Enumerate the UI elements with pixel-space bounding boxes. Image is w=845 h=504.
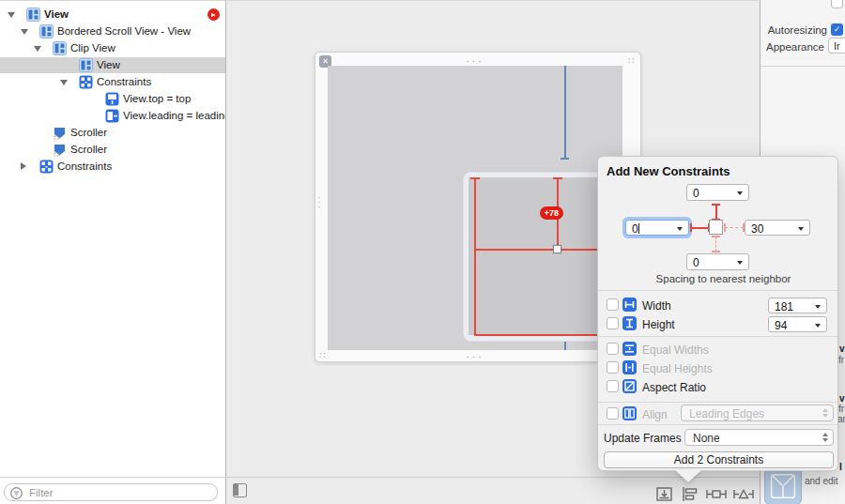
filter-field[interactable] (4, 483, 218, 501)
outline-row-label: Clip View (70, 42, 115, 53)
outline-row-label: View (44, 8, 69, 20)
outline-row-scroller-1[interactable]: Scroller (0, 125, 225, 141)
outline-row-label: View.top = top (123, 93, 191, 104)
height-checkbox[interactable] (607, 317, 619, 329)
constraints-group-icon (79, 75, 93, 89)
library-text-fragment: v (839, 393, 845, 404)
window-drag-dots: ··· (466, 58, 484, 64)
align-select[interactable]: Leading Edges (681, 405, 834, 421)
outline-row-clip-view[interactable]: Clip View (0, 40, 225, 56)
width-constraint-icon (622, 298, 637, 312)
outline-row-bordered-scroll-view[interactable]: Bordered Scroll View - View (0, 23, 225, 39)
window-resize-dots[interactable]: ∷ (319, 353, 326, 359)
outline-row-constraints-collapsed[interactable]: Constraints (0, 159, 225, 175)
right-spacing-combo[interactable]: 30 (745, 220, 810, 236)
left-spacing-combo[interactable]: 0 (625, 220, 689, 236)
outline-toggle-icon[interactable] (233, 483, 247, 497)
outline-row-label: Bordered Scroll View - View (57, 25, 191, 37)
disclosure-triangle-icon[interactable] (21, 29, 28, 35)
update-frames-label: Update Frames (604, 432, 682, 445)
appearance-field[interactable]: Ir (828, 38, 845, 53)
height-label: Height (642, 318, 675, 331)
width-checkbox[interactable] (607, 298, 619, 311)
equal-heights-checkbox[interactable] (607, 361, 619, 374)
window-drag-dots: ··· (466, 354, 484, 359)
filter-icon (10, 487, 23, 499)
autoresizing-checkbox[interactable]: ✓ (831, 23, 843, 36)
disclosure-triangle-icon[interactable] (34, 46, 41, 52)
equal-heights-icon (622, 360, 637, 374)
beam-cap (690, 223, 692, 232)
outline-row-view-selected[interactable]: View (0, 57, 225, 73)
filter-input[interactable] (29, 485, 212, 499)
constraint-cap (553, 177, 562, 179)
disclosure-triangle-icon[interactable] (60, 80, 68, 85)
combo-arrow-icon (737, 191, 743, 195)
align-label: Align (642, 408, 668, 421)
library-text-fragment: I (839, 462, 842, 472)
disclosure-triangle-icon[interactable] (8, 12, 15, 18)
height-constraint-icon (622, 316, 637, 330)
vertical-guide-line (564, 66, 566, 159)
select-chevrons-icon (822, 405, 828, 418)
popover-divider (598, 290, 837, 291)
disclosure-triangle-icon[interactable] (21, 162, 26, 170)
width-label: Width (642, 299, 671, 313)
bottom-spacing-combo[interactable]: 0 (686, 253, 749, 270)
aspect-ratio-checkbox[interactable] (607, 380, 619, 392)
equal-heights-label: Equal Heights (642, 362, 713, 375)
top-spacing-combo[interactable]: 0 (686, 184, 749, 201)
left-beam[interactable] (691, 227, 709, 229)
selection-handle[interactable] (553, 245, 561, 253)
library-text-fragment: v (839, 344, 845, 354)
combo-arrow-icon (737, 261, 743, 265)
outline-row-label: Constraints (97, 76, 151, 87)
add-new-constraints-popover: Add New Constraints 0 0 30 0 Spacing to (597, 156, 838, 471)
bottom-beam[interactable] (715, 237, 717, 252)
equal-widths-label: Equal Widths (642, 344, 709, 357)
embed-in-icon[interactable] (655, 486, 674, 502)
add-constraints-icon[interactable] (705, 486, 728, 502)
select-chevrons-icon (822, 430, 828, 442)
equal-widths-checkbox[interactable] (607, 343, 619, 355)
beam-cap (743, 223, 745, 232)
appearance-label: Appearance (766, 41, 824, 53)
outline-row-constraint-leading[interactable]: View.leading = leading (0, 108, 225, 124)
library-text-fragment: fr (838, 355, 844, 365)
library-text-fragment: an (837, 414, 845, 424)
add-constraints-button[interactable]: Add 2 Constraints (604, 451, 834, 468)
beam-cap (712, 251, 720, 252)
error-badge-icon[interactable] (207, 8, 220, 21)
outline-row-view-root[interactable]: View (0, 7, 225, 23)
align-icon[interactable] (681, 486, 699, 502)
outline-row-constraints[interactable]: Constraints (0, 74, 225, 90)
beam-cap (712, 236, 720, 237)
scroller-icon (53, 126, 67, 140)
right-beam[interactable] (725, 227, 744, 229)
library-item-image[interactable] (764, 467, 802, 504)
width-value-combo[interactable]: 181 (768, 298, 827, 313)
window-resize-dots[interactable]: ∷ (628, 58, 635, 64)
outline-row-constraint-top[interactable]: View.top = top (0, 91, 225, 107)
beam-cap (712, 204, 720, 206)
combo-arrow-icon (815, 305, 821, 309)
resolve-issues-icon[interactable] (732, 486, 755, 502)
outline-row-scroller-2[interactable]: Scroller (0, 142, 225, 158)
beam-cap (708, 223, 710, 232)
window-container[interactable]: ✕ ··· ∷ ··· ∷ ··· +78 (315, 52, 641, 362)
partial-checkbox[interactable] (831, 0, 843, 8)
height-value-combo[interactable]: 94 (768, 316, 827, 332)
align-checkbox[interactable] (607, 407, 619, 420)
window-resize-dots[interactable]: ··· (317, 195, 322, 209)
library-text-fragment: and edit (805, 476, 838, 486)
aspect-ratio-icon (622, 379, 637, 393)
outline-row-label: View (97, 59, 120, 70)
outline-row-label: Constraints (57, 160, 112, 172)
document-outline: View Bordered Scroll View - View Clip Vi… (0, 0, 225, 504)
update-frames-select[interactable]: None (684, 429, 834, 446)
scroll-view-icon (39, 24, 54, 38)
equal-widths-icon (622, 342, 637, 356)
spacing-anchor-square (709, 220, 723, 235)
combo-arrow-icon (677, 227, 683, 231)
leading-constraint-line (474, 177, 476, 335)
